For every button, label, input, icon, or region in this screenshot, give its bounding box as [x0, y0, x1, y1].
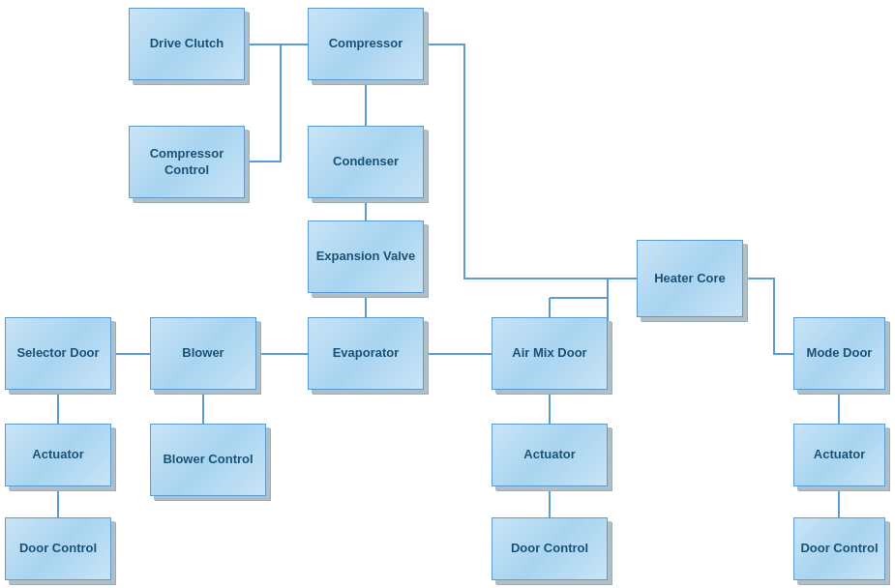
- blower-control-label: Blower Control: [163, 452, 253, 468]
- actuator-sel-label: Actuator: [32, 447, 83, 463]
- compressor-control: Compressor Control: [129, 126, 245, 198]
- blower-control: Blower Control: [150, 424, 266, 496]
- evaporator-label: Evaporator: [333, 345, 400, 362]
- condenser: Condenser: [308, 126, 424, 198]
- compressor: Compressor: [308, 8, 424, 80]
- connectors-svg: [0, 0, 895, 588]
- heater-core: Heater Core: [637, 240, 743, 317]
- air-mix-door-label: Air Mix Door: [512, 345, 586, 362]
- door-control-mode: Door Control: [793, 517, 885, 580]
- actuator-air: Actuator: [492, 424, 608, 486]
- actuator-mode-label: Actuator: [814, 447, 865, 463]
- actuator-mode: Actuator: [793, 424, 885, 486]
- compressor-control-label: Compressor Control: [130, 146, 244, 179]
- evaporator: Evaporator: [308, 317, 424, 390]
- blower-label: Blower: [182, 345, 224, 362]
- door-control-air-label: Door Control: [511, 541, 588, 557]
- air-mix-door: Air Mix Door: [492, 317, 608, 390]
- selector-door-label: Selector Door: [16, 345, 99, 362]
- heater-core-label: Heater Core: [654, 271, 726, 287]
- actuator-air-label: Actuator: [523, 447, 575, 463]
- selector-door: Selector Door: [5, 317, 111, 390]
- drive-clutch-label: Drive Clutch: [150, 36, 224, 52]
- drive-clutch: Drive Clutch: [129, 8, 245, 80]
- blower: Blower: [150, 317, 256, 390]
- mode-door: Mode Door: [793, 317, 885, 390]
- expansion-valve-label: Expansion Valve: [316, 249, 416, 265]
- condenser-label: Condenser: [333, 154, 399, 170]
- actuator-sel: Actuator: [5, 424, 111, 486]
- mode-door-label: Mode Door: [807, 345, 873, 362]
- diagram-container: Drive ClutchCompressorCompressor Control…: [0, 0, 895, 588]
- compressor-label: Compressor: [329, 36, 403, 52]
- door-control-mode-label: Door Control: [800, 541, 878, 557]
- door-control-air: Door Control: [492, 517, 608, 580]
- door-control-sel: Door Control: [5, 517, 111, 580]
- expansion-valve: Expansion Valve: [308, 220, 424, 293]
- door-control-sel-label: Door Control: [19, 541, 97, 557]
